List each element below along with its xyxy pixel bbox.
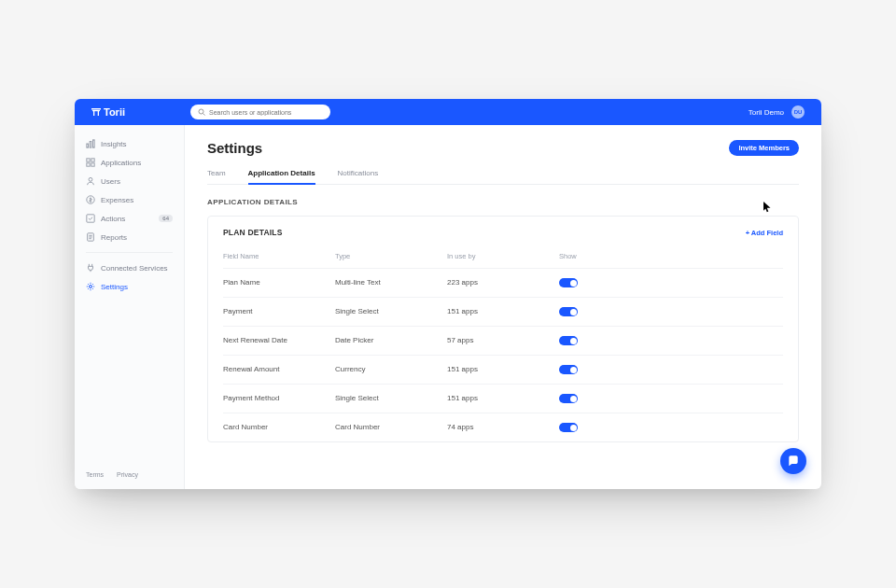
col-show: Show <box>559 246 783 268</box>
plug-icon <box>86 263 95 273</box>
cell-field: Next Renewal Date <box>223 326 335 355</box>
search-icon <box>198 108 205 116</box>
grid-icon <box>86 158 95 167</box>
cell-inuse: 151 apps <box>447 297 559 326</box>
svg-rect-6 <box>87 144 89 147</box>
col-type: Type <box>335 246 447 268</box>
chat-support-button[interactable] <box>780 448 806 474</box>
sidebar-footer: Terms Privacy <box>75 471 184 480</box>
cell-show <box>559 355 783 384</box>
workspace-name[interactable]: Torii Demo <box>749 108 784 117</box>
svg-rect-7 <box>90 142 91 148</box>
header: Torii Torii Demo DU <box>75 99 821 125</box>
sidebar: Insights Applications Users Expenses Act… <box>75 125 185 489</box>
cell-type: Multi-line Text <box>335 268 447 297</box>
toggle-show[interactable] <box>559 423 578 432</box>
cell-show <box>559 384 783 413</box>
tab-application-details[interactable]: Application Details <box>248 169 315 185</box>
page-header: Settings Invite Members <box>207 140 799 156</box>
sidebar-item-applications[interactable]: Applications <box>75 153 184 172</box>
sidebar-item-label: Insights <box>101 140 127 148</box>
cell-inuse: 223 apps <box>447 268 559 297</box>
avatar[interactable]: DU <box>791 105 805 119</box>
footer-privacy-link[interactable]: Privacy <box>117 471 138 478</box>
cell-field: Renewal Amount <box>223 355 335 384</box>
sidebar-item-insights[interactable]: Insights <box>75 134 184 153</box>
search-box[interactable] <box>190 105 330 119</box>
svg-rect-12 <box>91 163 94 166</box>
cell-inuse: 74 apps <box>447 413 559 441</box>
main-content: Settings Invite Members Team Application… <box>185 125 821 489</box>
cell-show <box>559 413 783 441</box>
sidebar-item-reports[interactable]: Reports <box>75 228 184 246</box>
search-input[interactable] <box>209 109 323 116</box>
cell-type: Date Picker <box>335 326 447 355</box>
cell-field: Payment <box>223 297 335 326</box>
cell-type: Card Number <box>335 413 447 441</box>
plan-details-panel: PLAN DETAILS + Add Field Field Name Type… <box>207 216 799 442</box>
sidebar-item-connected-services[interactable]: Connected Services <box>75 259 184 277</box>
svg-rect-10 <box>91 159 94 161</box>
toggle-show[interactable] <box>559 394 578 403</box>
sidebar-item-settings[interactable]: Settings <box>75 277 184 296</box>
brand-name: Torii <box>104 106 125 118</box>
svg-point-20 <box>90 286 92 288</box>
svg-rect-15 <box>87 215 94 222</box>
cell-inuse: 57 apps <box>447 326 559 355</box>
sidebar-item-actions[interactable]: Actions 64 <box>75 209 184 228</box>
cell-type: Single Select <box>335 384 447 413</box>
sidebar-item-expenses[interactable]: Expenses <box>75 190 184 209</box>
page-title: Settings <box>207 140 262 156</box>
app-window: Torii Torii Demo DU Insights Application… <box>75 99 821 489</box>
svg-line-5 <box>203 114 205 116</box>
section-label: APPLICATION DETAILS <box>207 198 799 206</box>
gear-icon <box>86 282 95 291</box>
tab-team[interactable]: Team <box>207 169 226 184</box>
check-square-icon <box>86 214 95 223</box>
svg-rect-2 <box>93 110 94 116</box>
svg-rect-9 <box>87 159 90 161</box>
cell-show <box>559 297 783 326</box>
panel-header: PLAN DETAILS + Add Field <box>223 228 783 237</box>
svg-rect-11 <box>87 163 90 166</box>
tab-notifications[interactable]: Notifications <box>338 169 379 184</box>
sidebar-item-label: Applications <box>101 159 141 167</box>
fields-grid: Field Name Type In use by Show Plan Name… <box>223 246 783 441</box>
app-body: Insights Applications Users Expenses Act… <box>75 125 821 489</box>
document-icon <box>86 232 95 242</box>
header-right: Torii Demo DU <box>749 105 805 119</box>
cell-inuse: 151 apps <box>447 384 559 413</box>
sidebar-item-users[interactable]: Users <box>75 172 184 190</box>
cell-field: Plan Name <box>223 268 335 297</box>
footer-terms-link[interactable]: Terms <box>86 471 104 478</box>
sidebar-item-label: Actions <box>101 215 125 223</box>
col-field-name: Field Name <box>223 246 335 268</box>
brand-logo: Torii <box>91 106 125 118</box>
svg-rect-3 <box>98 110 99 116</box>
cell-show <box>559 268 783 297</box>
chat-icon <box>787 455 800 468</box>
toggle-show[interactable] <box>559 365 578 374</box>
cell-field: Card Number <box>223 413 335 441</box>
svg-point-13 <box>89 177 92 181</box>
panel-title: PLAN DETAILS <box>223 228 283 237</box>
tabs: Team Application Details Notifications <box>207 169 799 185</box>
svg-point-4 <box>199 109 203 114</box>
cell-inuse: 151 apps <box>447 355 559 384</box>
sidebar-item-label: Settings <box>101 283 128 291</box>
torii-icon <box>91 107 101 117</box>
chart-bar-icon <box>86 139 95 148</box>
sidebar-item-label: Users <box>101 177 120 186</box>
svg-rect-0 <box>91 108 101 110</box>
toggle-show[interactable] <box>559 336 578 345</box>
toggle-show[interactable] <box>559 307 578 316</box>
toggle-show[interactable] <box>559 278 578 287</box>
cell-type: Currency <box>335 355 447 384</box>
invite-members-button[interactable]: Invite Members <box>729 140 799 156</box>
dollar-icon <box>86 195 95 204</box>
cell-type: Single Select <box>335 297 447 326</box>
add-field-button[interactable]: + Add Field <box>746 229 783 237</box>
col-in-use-by: In use by <box>447 246 559 268</box>
cell-show <box>559 326 783 355</box>
sidebar-badge: 64 <box>159 215 173 222</box>
